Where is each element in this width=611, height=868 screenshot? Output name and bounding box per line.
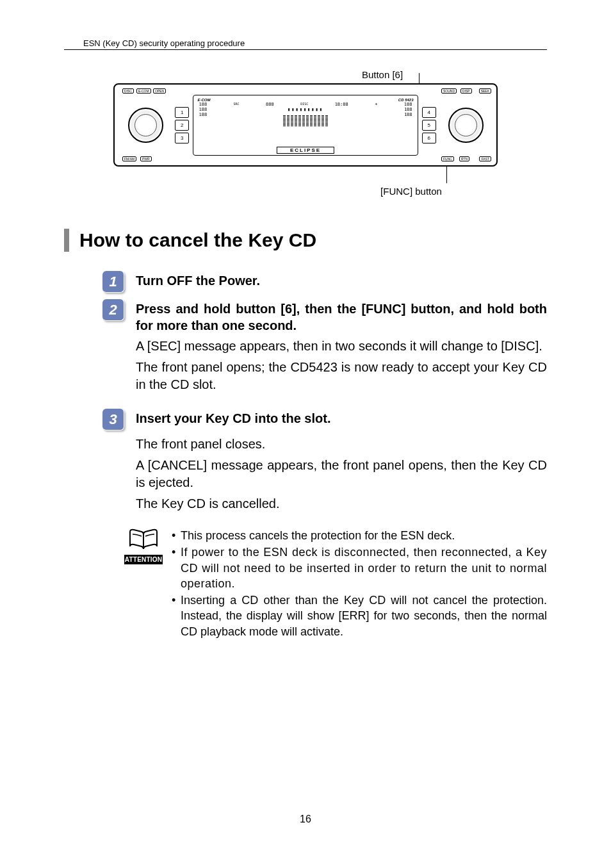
step-2: 2 Press and hold button [6], then the [F… [64, 299, 547, 397]
label-disp: DISP [460, 88, 472, 94]
volume-knob [128, 108, 163, 143]
device-diagram: Button [6] DISC E-COM OPEN FM/AM PWR 1 2… [64, 69, 547, 197]
label-ecom: E-COM [136, 88, 151, 94]
lcd-seg-1: 188 [199, 102, 207, 107]
lcd-bars-row: ▮▮▮▮▮▮▮▮▮ [288, 107, 323, 112]
step-3: 3 Insert your Key CD into the slot. The … [64, 409, 547, 516]
attention-icon-wrap: ATTENTION [124, 528, 163, 564]
attention-item-2: If power to the ESN deck is disconnected… [172, 545, 547, 591]
label-disc: DISC [122, 88, 134, 94]
lcd-seg-6: 188 [404, 112, 412, 126]
lcd-seg-3: 188 [199, 107, 207, 112]
callout-line-top [419, 73, 420, 85]
attention-label: ATTENTION [124, 555, 163, 564]
heading-accent-bar [64, 229, 69, 252]
lcd-display: E-COM CD 5423 188 SRC 888 DISC 18:88 ☀ 1… [193, 95, 418, 156]
label-func: FUNC [441, 156, 454, 161]
label-pwr: PWR [140, 156, 152, 161]
callout-line-bottom [446, 165, 447, 183]
preset-4: 4 [422, 107, 436, 118]
preset-6: 6 [422, 133, 436, 143]
label-seek: SEEK [479, 88, 491, 94]
breadcrumb: ESN (Key CD) security operating procedur… [64, 38, 547, 48]
step-2-title: Press and hold button [6], then the [FUN… [136, 300, 547, 334]
step-1-title: Turn OFF the Power. [136, 272, 547, 289]
section-heading: How to cancel the Key CD [64, 229, 547, 252]
step-number-1: 1 [102, 271, 124, 293]
step-3-body-1: The front panel closes. [136, 436, 547, 453]
left-knob-area: DISC E-COM OPEN FM/AM PWR [120, 90, 171, 160]
step-2-body-1: A [SEC] message appears, then in two sec… [136, 338, 547, 355]
callout-func-button: [FUNC] button [275, 186, 547, 197]
label-fm-am: FM/AM [122, 156, 136, 161]
attention-block: ATTENTION This process cancels the prote… [64, 528, 547, 641]
label-fast: FAST [479, 156, 491, 161]
lcd-main: 888 [266, 102, 274, 107]
step-3-body-3: The Key CD is cancelled. [136, 495, 547, 512]
preset-col-left: 1 2 3 [175, 107, 189, 143]
page-number: 16 [0, 814, 611, 825]
lcd-seg-2: 188 [404, 102, 412, 107]
label-open: OPEN [153, 88, 166, 94]
attention-item-1: This process cancels the protection for … [172, 528, 547, 543]
select-knob [448, 108, 484, 143]
label-sound: SOUND [441, 88, 457, 94]
lcd-time: 18:88 [335, 102, 348, 107]
label-rtn: RTN [459, 156, 469, 161]
equalizer-bars [283, 115, 328, 126]
page-header: ESN (Key CD) security operating procedur… [64, 38, 547, 50]
step-3-title: Insert your Key CD into the slot. [136, 410, 547, 427]
step-1: 1 Turn OFF the Power. [64, 271, 547, 293]
lcd-disc: DISC [300, 102, 308, 107]
step-3-body-2: A [CANCEL] message appears, the front pa… [136, 457, 547, 491]
sun-icon: ☀ [375, 102, 377, 107]
lcd-src: SRC [234, 102, 240, 107]
callout-button-6: Button [6] [218, 69, 547, 80]
section-title: How to cancel the Key CD [79, 229, 316, 251]
lcd-seg-5: 188 [199, 112, 207, 126]
eclipse-brand: ECLIPSE [277, 147, 334, 154]
preset-2: 2 [175, 120, 189, 131]
preset-5: 5 [422, 120, 436, 131]
book-icon [129, 528, 158, 551]
attention-list: This process cancels the protection for … [172, 528, 547, 641]
preset-1: 1 [175, 107, 189, 118]
step-number-2: 2 [102, 299, 124, 321]
car-stereo-faceplate: DISC E-COM OPEN FM/AM PWR 1 2 3 E-COM CD… [113, 83, 498, 167]
step-number-3: 3 [102, 409, 124, 430]
step-2-body-2: The front panel opens; the CD5423 is now… [136, 359, 547, 393]
lcd-seg-4: 188 [404, 107, 412, 112]
preset-3: 3 [175, 133, 189, 143]
preset-col-right: 4 5 6 [422, 107, 436, 143]
attention-item-3: Inserting a CD other than the Key CD wil… [172, 593, 547, 639]
right-knob-area: SOUND DISP SEEK FUNC RTN FAST [440, 90, 491, 160]
